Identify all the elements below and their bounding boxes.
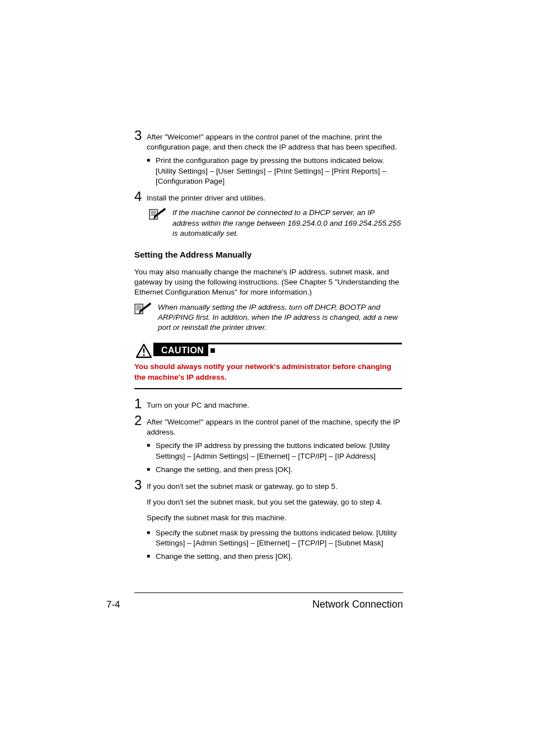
step-3b-text: If you don't set the subnet mask or gate… — [147, 478, 402, 492]
note-icon — [134, 302, 150, 314]
section-note: When manually setting the IP address, tu… — [134, 302, 402, 333]
step-3b: 3 If you don't set the subnet mask or ga… — [134, 478, 402, 492]
step-number-1: 1 — [134, 397, 147, 410]
step-1b-text: Turn on your PC and machine. — [147, 397, 402, 410]
step-1b: 1 Turn on your PC and machine. — [134, 397, 402, 410]
step-2b-text: After "Welcome!" appears in the control … — [147, 414, 402, 437]
section-note-text: When manually setting the IP address, tu… — [150, 302, 402, 333]
caution-block: CAUTION You should always notify your ne… — [134, 343, 402, 389]
step-3a: 3 After "Welcome!" appears in the contro… — [134, 129, 402, 152]
section-heading: Setting the Address Manually — [134, 250, 402, 259]
step-3b-bullet-2: Change the setting, and then press [OK]. — [134, 552, 402, 562]
step-4a: 4 Install the printer driver and utiliti… — [134, 190, 402, 203]
section-intro: You may also manually change the machine… — [134, 267, 402, 298]
step-4a-text: Install the printer driver and utilities… — [147, 190, 402, 203]
note-icon — [149, 208, 165, 219]
caution-triangle-icon — [134, 343, 153, 358]
caution-body: You should always notify your network's … — [134, 362, 402, 382]
page-footer: 7-4 Network Connection — [106, 592, 402, 610]
step-2b-bullet-1-text: Specify the IP address by pressing the b… — [156, 441, 402, 461]
page-title: Network Connection — [312, 599, 403, 610]
step-2b-bullet-2: Change the setting, and then press [OK]. — [134, 465, 402, 475]
step-number-4: 4 — [134, 190, 147, 203]
step-3b-para-2: Specify the subnet mask for this machine… — [134, 513, 402, 523]
step-2b-bullet-1: Specify the IP address by pressing the b… — [134, 441, 402, 461]
page: 3 After "Welcome!" appears in the contro… — [0, 0, 534, 756]
step-3b-bullet-1: Specify the subnet mask by pressing the … — [134, 528, 402, 548]
svg-point-11 — [143, 354, 144, 356]
step-3b-para-1: If you don't set the subnet mask, but yo… — [134, 497, 402, 507]
step-3a-bullet: Print the configuration page by pressing… — [134, 156, 402, 186]
step-number-3b: 3 — [134, 478, 147, 492]
content-area: 3 After "Welcome!" appears in the contro… — [134, 129, 402, 562]
page-number: 7-4 — [106, 599, 120, 610]
step-3a-bullet-text: Print the configuration page by pressing… — [156, 156, 402, 186]
step-2b: 2 After "Welcome!" appears in the contro… — [134, 414, 402, 437]
step-4a-note: If the machine cannot be connected to a … — [134, 208, 402, 239]
caution-label: CAUTION — [158, 346, 204, 356]
step-number-2: 2 — [134, 414, 147, 427]
step-4a-note-text: If the machine cannot be connected to a … — [165, 208, 402, 239]
step-2b-bullet-2-text: Change the setting, and then press [OK]. — [156, 465, 402, 475]
caution-underline — [134, 388, 402, 389]
footer-rule — [134, 592, 403, 593]
step-number-3: 3 — [134, 129, 147, 142]
step-3b-bullet-1-text: Specify the subnet mask by pressing the … — [156, 528, 402, 548]
step-3a-text: After "Welcome!" appears in the control … — [147, 129, 402, 152]
step-3b-bullet-2-text: Change the setting, and then press [OK]. — [156, 552, 402, 562]
